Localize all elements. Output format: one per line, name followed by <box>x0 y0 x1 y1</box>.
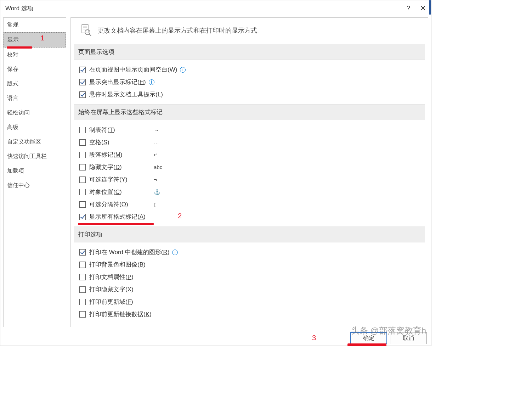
section-print-options: 打印选项 <box>74 226 425 242</box>
info-icon[interactable]: i <box>180 67 186 73</box>
format-mark-symbol-5: ⚓ <box>154 189 160 195</box>
page-display-row-2: 悬停时显示文档工具提示(L) <box>79 88 428 101</box>
print-opt-row-0: 打印在 Word 中创建的图形(R)i <box>79 246 428 258</box>
print-opt-checkbox-1[interactable] <box>79 262 86 268</box>
cancel-button[interactable]: 取消 <box>390 332 427 344</box>
svg-line-5 <box>89 34 91 36</box>
format-mark-symbol-0: → <box>154 127 159 133</box>
format-mark-label-4[interactable]: 可选连字符(Y) <box>89 175 128 184</box>
ok-button[interactable]: 确定 <box>350 332 387 344</box>
sidebar-item-4[interactable]: 版式 <box>4 77 66 91</box>
format-mark-row-3: 隐藏文字(D)abc <box>79 161 428 173</box>
help-button[interactable]: ? <box>407 5 410 12</box>
format-mark-checkbox-4[interactable] <box>79 177 86 183</box>
page-display-checkbox-0[interactable] <box>79 67 86 73</box>
format-mark-checkbox-7[interactable] <box>79 214 86 220</box>
scroll-indicator <box>429 0 431 15</box>
print-options: 打印在 Word 中创建的图形(R)i打印背景色和图像(B)打印文档属性(P)打… <box>71 246 428 323</box>
print-opt-row-2: 打印文档属性(P) <box>79 271 428 283</box>
format-mark-label-0[interactable]: 制表符(T) <box>89 126 115 134</box>
annotation-3: 3 <box>312 334 316 342</box>
dialog-footer: 3 确定 取消 <box>0 330 431 346</box>
annotation-underline-2 <box>78 223 154 225</box>
page-display-checkbox-2[interactable] <box>79 91 86 98</box>
format-mark-symbol-6: ▯ <box>154 201 157 208</box>
format-mark-row-6: 可选分隔符(O)▯ <box>79 198 428 211</box>
close-button[interactable]: ✕ <box>420 4 426 12</box>
annotation-underline-3 <box>347 343 386 346</box>
print-opt-label-4[interactable]: 打印前更新域(F) <box>89 298 133 306</box>
page-display-options: 在页面视图中显示页面间空白(W)i显示突出显示标记(H)i悬停时显示文档工具提示… <box>71 63 428 103</box>
document-preview-icon <box>79 23 92 38</box>
page-display-row-1: 显示突出显示标记(H)i <box>79 76 428 88</box>
format-mark-label-6[interactable]: 可选分隔符(O) <box>89 200 128 208</box>
format-mark-row-7: 显示所有格式标记(A)2 <box>79 211 428 223</box>
format-mark-symbol-2: ↵ <box>154 152 158 158</box>
page-display-checkbox-1[interactable] <box>79 79 86 85</box>
info-icon[interactable]: i <box>172 250 178 255</box>
dialog-title: Word 选项 <box>5 4 33 12</box>
format-mark-checkbox-3[interactable] <box>79 164 86 170</box>
print-opt-checkbox-5[interactable] <box>79 311 86 318</box>
format-mark-label-3[interactable]: 隐藏文字(D) <box>89 163 122 171</box>
print-opt-label-2[interactable]: 打印文档属性(P) <box>89 273 134 281</box>
print-opt-row-3: 打印隐藏文字(X) <box>79 283 428 296</box>
format-mark-checkbox-5[interactable] <box>79 189 86 195</box>
sidebar-item-8[interactable]: 自定义功能区 <box>4 135 66 149</box>
format-mark-checkbox-0[interactable] <box>79 127 86 133</box>
info-icon[interactable]: i <box>149 79 154 85</box>
title-bar: Word 选项 ? ✕ <box>0 0 431 17</box>
sidebar-item-0[interactable]: 常规 <box>4 18 66 32</box>
print-opt-checkbox-0[interactable] <box>79 249 86 256</box>
page-display-label-0[interactable]: 在页面视图中显示页面间空白(W) <box>89 66 177 74</box>
sidebar-item-1[interactable]: 显示1 <box>4 32 66 47</box>
print-opt-checkbox-4[interactable] <box>79 299 86 305</box>
print-opt-row-1: 打印背景色和图像(B) <box>79 258 428 271</box>
annotation-2: 2 <box>178 212 182 220</box>
sidebar-item-9[interactable]: 快速访问工具栏 <box>4 149 66 164</box>
format-mark-row-1: 空格(S)… <box>79 136 428 149</box>
sidebar-item-11[interactable]: 信任中心 <box>4 178 66 193</box>
format-mark-symbol-1: … <box>154 139 159 145</box>
format-mark-symbol-4: ¬ <box>154 177 157 183</box>
print-opt-row-4: 打印前更新域(F) <box>79 296 428 308</box>
format-mark-checkbox-6[interactable] <box>79 201 86 208</box>
sidebar-item-3[interactable]: 保存 <box>4 62 66 77</box>
format-mark-label-1[interactable]: 空格(S) <box>89 138 109 146</box>
format-mark-symbol-3: abc <box>154 164 162 170</box>
print-opt-checkbox-2[interactable] <box>79 274 86 280</box>
print-opt-label-5[interactable]: 打印前更新链接数据(K) <box>89 310 152 318</box>
format-mark-label-7[interactable]: 显示所有格式标记(A) <box>89 213 146 221</box>
page-display-row-0: 在页面视图中显示页面间空白(W)i <box>79 63 428 76</box>
intro-text: 更改文档内容在屏幕上的显示方式和在打印时的显示方式。 <box>98 26 264 35</box>
print-opt-label-1[interactable]: 打印背景色和图像(B) <box>89 261 146 269</box>
print-opt-checkbox-3[interactable] <box>79 286 86 293</box>
page-display-label-2[interactable]: 悬停时显示文档工具提示(L) <box>89 90 163 99</box>
format-mark-row-5: 对象位置(C)⚓ <box>79 186 428 198</box>
format-mark-checkbox-2[interactable] <box>79 152 86 158</box>
section-page-display: 页面显示选项 <box>74 44 425 60</box>
format-mark-label-2[interactable]: 段落标记(M) <box>89 151 123 159</box>
sidebar-item-2[interactable]: 校对 <box>4 47 66 62</box>
format-mark-row-2: 段落标记(M)↵ <box>79 149 428 161</box>
sidebar-item-10[interactable]: 加载项 <box>4 164 66 178</box>
sidebar-item-6[interactable]: 轻松访问 <box>4 106 66 120</box>
format-mark-label-5[interactable]: 对象位置(C) <box>89 188 122 196</box>
format-mark-checkbox-1[interactable] <box>79 139 86 146</box>
format-marks-options: 制表符(T)→空格(S)…段落标记(M)↵隐藏文字(D)abc可选连字符(Y)¬… <box>71 124 428 225</box>
page-display-label-1[interactable]: 显示突出显示标记(H) <box>89 78 146 86</box>
format-mark-row-4: 可选连字符(Y)¬ <box>79 173 428 186</box>
print-opt-row-5: 打印前更新链接数据(K) <box>79 308 428 320</box>
category-sidebar: 常规显示1校对保存版式语言轻松访问高级自定义功能区快速访问工具栏加载项信任中心 <box>3 17 66 327</box>
svg-point-4 <box>85 30 90 35</box>
format-mark-row-0: 制表符(T)→ <box>79 124 428 136</box>
annotation-1: 1 <box>40 34 44 42</box>
content-panel: 更改文档内容在屏幕上的显示方式和在打印时的显示方式。 页面显示选项 在页面视图中… <box>70 17 428 327</box>
sidebar-item-5[interactable]: 语言 <box>4 91 66 106</box>
print-opt-label-0[interactable]: 打印在 Word 中创建的图形(R) <box>89 248 169 256</box>
sidebar-item-7[interactable]: 高级 <box>4 120 66 135</box>
print-opt-label-3[interactable]: 打印隐藏文字(X) <box>89 285 134 293</box>
section-format-marks: 始终在屏幕上显示这些格式标记 <box>74 104 425 120</box>
